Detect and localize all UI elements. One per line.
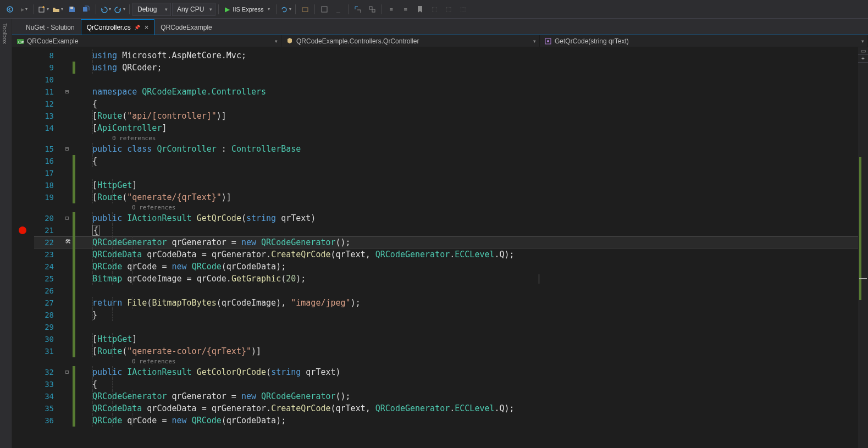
code-editor[interactable]: 8910111213141516171819202122232425262728… [12,47,858,448]
nav-fwd-button[interactable]: ▸▾ [18,3,31,16]
code-line[interactable]: QRCodeData qrCodeData = qrGenerator.Crea… [92,248,515,261]
code-line[interactable]: public IActionResult GetQrCode(string qr… [92,212,316,224]
code-line[interactable]: [HttpGet] [92,333,137,345]
tool1-button[interactable] [318,3,331,16]
fold-toggle[interactable]: ⊟ [62,366,73,378]
t1-button[interactable]: ⬚ [428,3,441,16]
code-line[interactable]: { [92,98,97,110]
line-number: 8 [34,49,62,62]
new-project-button[interactable]: ▾ [37,3,50,16]
code-line[interactable]: QRCodeGenerator qrGenerator = new QRCode… [92,390,351,402]
code-line[interactable]: [Route("qenerate/{qrText}")] [92,191,231,203]
change-marker [73,261,75,273]
change-marker [73,378,75,390]
code-line[interactable]: } [92,309,97,321]
codelens-references[interactable]: 0 references [112,134,156,143]
change-marker [73,366,75,378]
code-line[interactable]: Bitmap qrCodeImage = qrCode.GetGraphic(2… [92,273,306,285]
undo-button[interactable]: ▾ [99,3,112,16]
file-tab[interactable]: QrController.cs📌× [81,19,155,35]
fold-toggle [62,98,73,110]
line-number: 14 [34,122,62,134]
toolbox-tab[interactable]: Toolbox [0,19,10,48]
code-line[interactable]: [HttpGet] [92,179,137,191]
text-cursor [539,274,539,284]
code-line[interactable]: public IActionResult GetColorQrCode(stri… [92,366,341,378]
code-line[interactable]: [Route("api/[controller]")] [92,110,226,122]
code-line[interactable]: QRCode qrCode = new QRCode(qrCodeData); [92,261,286,273]
change-marker [73,167,75,179]
file-tab[interactable]: QRCodeExample [154,19,218,35]
code-line[interactable]: { [92,378,97,390]
code-area[interactable]: using Microsoft.AspNetCore.Mvc; using QR… [77,47,858,448]
code-line[interactable]: return File(BitmapToBytes(qrCodeImage), … [92,297,361,309]
caret-overview-marker [859,278,867,279]
code-line[interactable]: using QRCoder; [92,62,162,74]
fold-toggle[interactable]: ⊟ [62,212,73,224]
fold-toggle [62,333,73,345]
fold-toggle [62,378,73,390]
breakpoint-marker[interactable] [19,226,26,234]
csharp-project-icon: C# [16,37,24,45]
code-line[interactable]: { [92,155,97,167]
nav-member[interactable]: GetQrCode(string qrText) [540,35,868,47]
quick-action-icon[interactable]: 🛠 [65,238,71,245]
line-number: 29 [34,321,62,333]
save-button[interactable] [65,3,79,16]
code-line[interactable]: QRCode qrCode = new QRCode(qrCodeData); [92,414,286,427]
run-button[interactable]: ▶IIS Express▾ [222,3,273,16]
fold-toggle[interactable]: ⊟ [62,143,73,155]
bookmark-button[interactable] [413,3,427,16]
comment-button[interactable]: ≡ [385,3,398,16]
code-line[interactable]: public class QrController : ControllerBa… [92,143,301,155]
code-line[interactable]: [ApiController] [92,122,167,134]
change-marker [73,212,75,224]
nav-class[interactable]: QRCodeExample.Controllers.QrController [281,35,540,47]
uncomment-button[interactable]: ≡ [399,3,412,16]
change-marker [73,248,75,261]
main-toolbar: ▸▾ ▾ ▾ ▾ ▾ Debug Any CPU ▶IIS Express▾ ▾… [0,0,868,19]
line-number: 12 [34,98,62,110]
fold-toggle [62,62,73,74]
close-tab-button[interactable]: × [145,23,149,31]
fold-gutter[interactable]: ⊟⊟⊟⊟ [62,47,73,448]
fold-toggle[interactable]: ⊟ [62,86,73,98]
file-tab[interactable]: NuGet - Solution [20,19,81,35]
refresh-button[interactable]: ▾ [279,3,292,16]
codelens-references[interactable]: 0 references [132,357,175,366]
t2-button[interactable]: ⬚ [442,3,455,16]
save-all-button[interactable] [80,3,93,16]
solution-platform-select[interactable]: Any CPU [172,3,215,16]
codelens-references[interactable]: 0 references [132,203,175,212]
open-button[interactable]: ▾ [51,3,64,16]
code-line[interactable]: namespace QRCodeExample.Controllers [92,86,266,98]
change-marker [73,86,75,98]
scroll-map[interactable]: ▭ + [858,47,868,448]
step-out-button[interactable] [366,3,379,16]
fold-toggle [62,261,73,273]
change-marker [73,110,75,122]
step-in-button[interactable] [351,3,364,16]
code-line[interactable]: using Microsoft.AspNetCore.Mvc; [92,49,246,62]
line-number: 36 [34,414,62,427]
browser-link-button[interactable] [298,3,312,16]
change-marker [73,402,75,414]
code-line[interactable]: { [92,224,99,236]
change-marker [73,285,75,297]
code-line[interactable]: QRCodeData qrCodeData = qrGenerator.Crea… [92,402,515,414]
nav-back-button[interactable] [3,3,16,16]
nav-project[interactable]: C# QRCodeExample [12,35,281,47]
solution-config-select[interactable]: Debug [132,3,171,16]
t3-button[interactable]: ⬚ [456,3,469,16]
expand-button[interactable]: + [858,55,868,63]
code-line[interactable]: [Route("qenerate-color/{qrText}")] [92,345,261,357]
line-number: 19 [34,191,62,203]
breakpoint-gutter[interactable] [12,47,34,448]
redo-button[interactable]: ▾ [113,3,126,16]
line-number: 15 [34,143,62,155]
split-button[interactable]: ▭ [858,47,868,55]
tool2-button[interactable]: _ [332,3,345,16]
code-line[interactable]: QRCodeGenerator qrGenerator = new QRCode… [92,236,351,248]
pin-icon[interactable]: 📌 [134,25,140,30]
svg-text:C#: C# [18,40,24,45]
